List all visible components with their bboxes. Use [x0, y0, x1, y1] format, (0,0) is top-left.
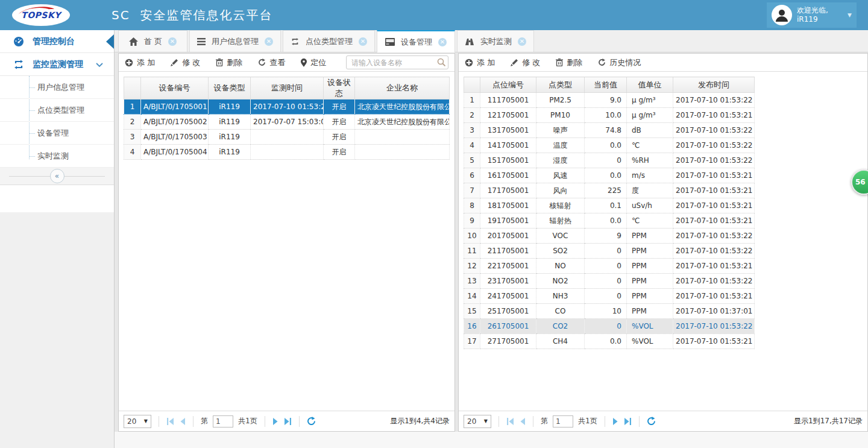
sidebar-item-realtime[interactable]: 实时监测 [0, 145, 114, 168]
table-cell[interactable]: 10.0 [585, 108, 627, 123]
close-icon[interactable]: ✕ [359, 37, 367, 46]
table-cell[interactable]: 2017-07-10 01:53:22 [673, 93, 755, 108]
table-cell[interactable]: 0.0 [585, 334, 627, 349]
table-cell[interactable]: 16 [464, 319, 480, 334]
table-cell[interactable]: 2017-07-10 01:53:21 [673, 198, 755, 213]
table-cell[interactable]: 211705001 [480, 244, 536, 259]
table-cell[interactable]: 1 [124, 99, 141, 115]
table-cell[interactable] [355, 130, 450, 145]
view-button[interactable]: 查看 [258, 57, 285, 68]
table-cell[interactable]: A/BJLT/0/1705001 [141, 99, 209, 115]
table-cell[interactable]: 2017-07-10 01:53:21 [673, 289, 755, 304]
table-cell[interactable] [251, 130, 324, 145]
table-cell[interactable]: 271705001 [480, 334, 536, 349]
table-cell[interactable]: 3 [124, 130, 141, 145]
table-cell[interactable]: 2017-07-10 01:53:21 [673, 183, 755, 198]
table-cell[interactable]: iR119 [209, 115, 251, 130]
table-row[interactable]: 1111705001PM2.59.0μ g/m³2017-07-10 01:53… [464, 93, 755, 108]
col-publish-time[interactable]: 发布时间 [673, 77, 755, 93]
table-cell[interactable]: 9 [464, 213, 480, 229]
table-row[interactable]: 7171705001风向225度2017-07-10 01:53:21 [464, 183, 755, 198]
table-cell[interactable]: 0 [585, 259, 627, 274]
table-row[interactable]: 3A/BJLT/0/1705003iR119开启 [124, 130, 450, 145]
table-cell[interactable]: 2017-07-10 01:53:22 [673, 138, 755, 153]
col-monitor-time[interactable]: 监测时间 [251, 77, 324, 99]
table-cell[interactable]: 2 [464, 108, 480, 123]
page-number-input[interactable] [553, 415, 573, 427]
sidebar-item-monitor-mgmt[interactable]: 监控监测管理 [0, 53, 114, 76]
table-cell[interactable]: PPM [627, 304, 673, 319]
table-cell[interactable]: PPM [627, 244, 673, 259]
table-cell[interactable]: PM2.5 [536, 93, 585, 108]
table-cell[interactable]: 0 [585, 289, 627, 304]
table-cell[interactable]: 131705001 [480, 123, 536, 138]
table-cell[interactable]: 17 [464, 334, 480, 349]
table-cell[interactable]: 225 [585, 183, 627, 198]
table-row[interactable]: 16261705001CO20%VOL2017-07-10 01:53:22 [464, 319, 755, 334]
col-device-code[interactable]: 设备编号 [141, 77, 209, 99]
delete-button[interactable]: 删除 [556, 57, 582, 68]
close-icon[interactable]: ✕ [518, 37, 526, 46]
history-button[interactable]: 历史情况 [598, 57, 641, 68]
table-cell[interactable] [355, 145, 450, 160]
col-value-unit[interactable]: 值单位 [627, 77, 673, 93]
table-cell[interactable]: %RH [627, 153, 673, 168]
table-cell[interactable]: CO2 [536, 319, 585, 334]
first-page-button[interactable] [506, 418, 515, 425]
table-row[interactable]: 11211705001SO20PPM2017-07-10 01:53:22 [464, 244, 755, 259]
table-cell[interactable]: iR119 [209, 145, 251, 160]
table-cell[interactable]: 261705001 [480, 319, 536, 334]
table-cell[interactable]: 2017-07-10 01:53:22 [673, 274, 755, 289]
table-row[interactable]: 8181705001核辐射0.1uSv/h2017-07-10 01:53:21 [464, 198, 755, 213]
table-cell[interactable]: 2017-07-10 01:53:22 [673, 319, 755, 334]
col-company[interactable]: 企业名称 [355, 77, 450, 99]
table-row[interactable]: 14241705001NH30PPM2017-07-10 01:53:21 [464, 289, 755, 304]
table-cell[interactable]: NH3 [536, 289, 585, 304]
table-cell[interactable]: 2017-07-10 01:53:22 [673, 153, 755, 168]
search-icon[interactable] [437, 58, 445, 68]
table-cell[interactable]: %VOL [627, 319, 673, 334]
user-menu[interactable]: 欢迎光临, iR119 ▼ [767, 2, 857, 28]
table-row[interactable]: 9191705001辐射热0.0℃2017-07-10 01:53:21 [464, 213, 755, 229]
col-current-value[interactable]: 当前值 [585, 77, 627, 93]
table-cell[interactable]: 161705001 [480, 168, 536, 183]
prev-page-button[interactable] [520, 418, 526, 425]
close-icon[interactable]: ✕ [168, 37, 177, 46]
add-button[interactable]: 添 加 [465, 57, 495, 68]
table-cell[interactable]: iR119 [209, 130, 251, 145]
table-cell[interactable]: 121705001 [480, 108, 536, 123]
table-cell[interactable]: ℃ [627, 213, 673, 229]
table-cell[interactable]: 191705001 [480, 213, 536, 229]
tab-realtime[interactable]: 实时监测 ✕ [457, 30, 534, 52]
table-cell[interactable]: 风速 [536, 168, 585, 183]
table-row[interactable]: 15251705001CO10PPM2017-07-10 01:37:01 [464, 304, 755, 319]
table-cell[interactable]: 北京凌天世纪控股股份有限公司 [355, 99, 450, 115]
table-cell[interactable]: 2017-07-10 01:53:22 [673, 123, 755, 138]
table-cell[interactable]: 湿度 [536, 153, 585, 168]
table-cell[interactable]: 10 [464, 229, 480, 244]
table-cell[interactable]: 5 [464, 153, 480, 168]
table-cell[interactable]: 温度 [536, 138, 585, 153]
table-cell[interactable]: NO [536, 259, 585, 274]
edit-button[interactable]: 修 改 [171, 57, 200, 68]
table-cell[interactable]: 2017-07-10 01:53:21 [673, 334, 755, 349]
table-cell[interactable]: 8 [464, 198, 480, 213]
table-cell[interactable]: 0.0 [585, 213, 627, 229]
table-cell[interactable]: 4 [464, 138, 480, 153]
table-cell[interactable]: ℃ [627, 138, 673, 153]
col-rownum[interactable] [464, 77, 480, 93]
table-cell[interactable]: 171705001 [480, 183, 536, 198]
table-cell[interactable]: A/BJLT/0/1705004 [141, 145, 209, 160]
table-cell[interactable]: CH4 [536, 334, 585, 349]
table-cell[interactable]: 2017-07-10 01:53:21 [673, 108, 755, 123]
table-cell[interactable]: 4 [124, 145, 141, 160]
table-cell[interactable]: 13 [464, 274, 480, 289]
table-cell[interactable]: 噪声 [536, 123, 585, 138]
table-cell[interactable]: 11 [464, 244, 480, 259]
table-cell[interactable]: 141705001 [480, 138, 536, 153]
table-cell[interactable]: 2017-07-10 01:53:22 [673, 229, 755, 244]
table-cell[interactable]: VOC [536, 229, 585, 244]
table-cell[interactable]: dB [627, 123, 673, 138]
page-size-select[interactable]: 20▼ [124, 415, 151, 428]
tab-user-info[interactable]: 用户信息管理 ✕ [189, 30, 281, 52]
